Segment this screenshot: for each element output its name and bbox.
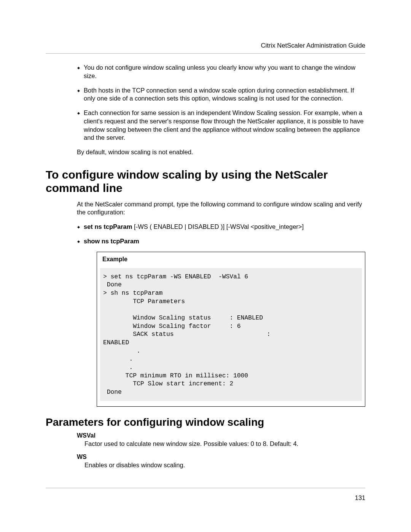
intro-bullet-list: You do not configure window scaling unle… xyxy=(77,64,365,142)
param-term: WSVal xyxy=(77,432,365,439)
footer-rule xyxy=(46,488,365,488)
page-number: 131 xyxy=(46,494,365,502)
command-list: set ns tcpParam [-WS ( ENABLED | DISABLE… xyxy=(77,223,365,246)
command-item: set ns tcpParam [-WS ( ENABLED | DISABLE… xyxy=(77,223,365,231)
intro-bullet: You do not configure window scaling unle… xyxy=(77,64,365,80)
running-header: Citrix NetScaler Administration Guide xyxy=(46,42,365,50)
command-name: show ns tcpParam xyxy=(84,238,139,244)
param-description: Enables or disables window scaling. xyxy=(84,461,365,469)
intro-bullet: Each connection for same session is an i… xyxy=(77,109,365,142)
command-item: show ns tcpParam xyxy=(77,237,365,246)
param-term: WS xyxy=(77,454,365,460)
example-label: Example xyxy=(102,256,360,263)
section-heading-configure: To configure window scaling by using the… xyxy=(46,168,365,195)
example-code-block: > set ns tcpParam -WS ENABLED -WSVal 6 D… xyxy=(100,268,362,401)
command-name: set ns tcpParam xyxy=(84,223,132,230)
parameter-item: WS Enables or disables window scaling. xyxy=(77,454,365,469)
command-args: [-WS ( ENABLED | DISABLED )] [-WSVal <po… xyxy=(132,223,304,230)
configure-lead-paragraph: At the NetScaler command prompt, type th… xyxy=(77,200,365,217)
intro-bullet: Both hosts in the TCP connection send a … xyxy=(77,86,365,103)
intro-note: By default, window scaling is not enable… xyxy=(77,148,365,157)
header-rule xyxy=(46,53,365,54)
parameter-item: WSVal Factor used to calculate new windo… xyxy=(77,432,365,448)
example-box: Example > set ns tcpParam -WS ENABLED -W… xyxy=(97,252,365,407)
param-description: Factor used to calculate new window size… xyxy=(84,440,365,448)
section-heading-parameters: Parameters for configuring window scalin… xyxy=(46,416,365,429)
